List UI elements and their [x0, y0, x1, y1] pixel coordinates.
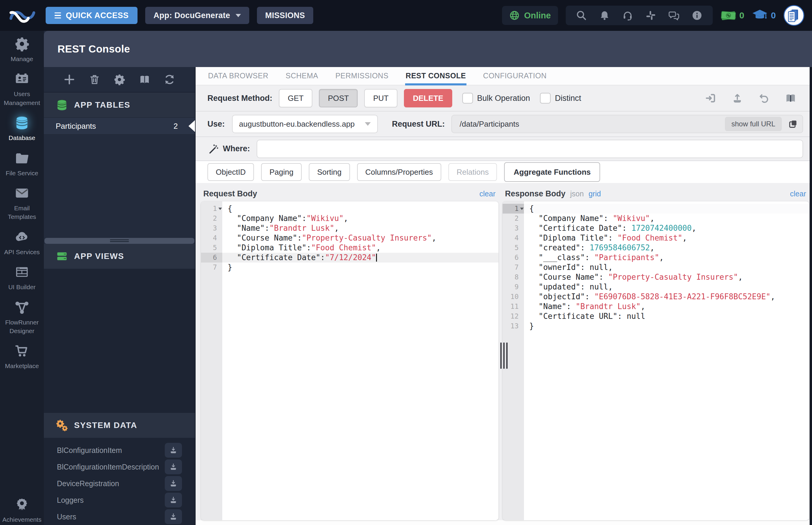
- id-card-icon: [14, 71, 30, 87]
- panel-resize-handle[interactable]: [45, 238, 194, 244]
- tables-panel: APP TABLES Participants 2 APP VIEWS SYST: [44, 67, 196, 525]
- system-data-header[interactable]: SYSTEM DATA: [44, 413, 195, 438]
- undo-icon[interactable]: [758, 92, 770, 104]
- sidebar-item-manage[interactable]: Manage: [0, 36, 44, 63]
- selected-table-marker: [188, 120, 195, 132]
- editor-split-handle[interactable]: [500, 343, 507, 369]
- where-input[interactable]: [256, 140, 803, 158]
- slack-icon[interactable]: [645, 10, 656, 21]
- system-table-name: Users: [57, 512, 76, 521]
- notifications-bell-icon[interactable]: [599, 10, 610, 21]
- response-mode-json[interactable]: json: [570, 190, 584, 198]
- app-views-header[interactable]: APP VIEWS: [44, 244, 195, 269]
- table-settings-gear-icon[interactable]: [113, 74, 125, 86]
- method-get-button[interactable]: GET: [279, 89, 312, 107]
- response-body-editor[interactable]: 1{2 "Company Name": "Wikivu",3 "Certific…: [503, 201, 809, 520]
- response-mode-grid-link[interactable]: grid: [589, 190, 601, 198]
- topbar-icon-tray: [566, 6, 713, 25]
- sidebar-item-database[interactable]: Database: [0, 115, 44, 142]
- show-full-url-button[interactable]: show full URL: [725, 117, 782, 131]
- request-actions: [705, 92, 812, 104]
- tab-data-browser[interactable]: DATA BROWSER: [207, 68, 269, 85]
- tab-configuration[interactable]: CONFIGURATION: [482, 68, 547, 85]
- request-body-editor[interactable]: 1{2 "Company Name":"Wikivu",3 "Name":"Br…: [201, 201, 498, 520]
- list-item[interactable]: DeviceRegistration: [44, 475, 195, 492]
- server-green-icon: [56, 250, 68, 262]
- domain-select[interactable]: augustbutton-eu.backendless.app: [232, 115, 378, 133]
- sorting-button[interactable]: Sorting: [309, 163, 350, 181]
- missions-progress-counter[interactable]: 0: [752, 7, 776, 24]
- bulk-operation-option[interactable]: Bulk Operation: [462, 93, 530, 104]
- bulk-operation-checkbox[interactable]: [462, 93, 473, 104]
- response-clear-link[interactable]: clear: [790, 190, 806, 198]
- download-button[interactable]: [165, 460, 182, 474]
- sidebar-item-ui-builder[interactable]: UI Builder: [0, 264, 44, 291]
- distinct-checkbox[interactable]: [540, 93, 551, 104]
- list-item[interactable]: BlConfigurationItem: [44, 442, 195, 459]
- method-delete-button[interactable]: DELETE: [404, 89, 452, 107]
- system-table-name: BlConfigurationItem: [57, 446, 122, 455]
- refresh-icon[interactable]: [163, 74, 175, 86]
- sign-in-icon[interactable]: [705, 92, 717, 104]
- request-url-field[interactable]: /data/Participants show full URL: [451, 115, 803, 133]
- bulk-operation-label: Bulk Operation: [477, 94, 530, 103]
- account-avatar[interactable]: [783, 5, 804, 26]
- download-button[interactable]: [165, 509, 182, 524]
- sidebar-item-api-services[interactable]: API Services: [0, 229, 44, 256]
- aggregate-functions-button[interactable]: Aggregate Functions: [504, 162, 600, 182]
- folder-icon: [14, 150, 30, 166]
- graduation-cap-icon: [752, 7, 768, 24]
- list-item[interactable]: Users: [44, 508, 195, 525]
- method-put-button[interactable]: PUT: [364, 89, 397, 107]
- domain-select-value: augustbutton-eu.backendless.app: [239, 120, 365, 129]
- delete-table-icon[interactable]: [89, 74, 100, 86]
- top-bar: QUICK ACCESS App: DocuGenerate MISSIONS …: [0, 0, 812, 31]
- relations-button[interactable]: Relations: [448, 163, 497, 181]
- columns-properties-button[interactable]: Columns/Properties: [357, 163, 441, 181]
- forum-chat-icon[interactable]: [668, 10, 680, 21]
- sidebar-item-marketplace[interactable]: Marketplace: [0, 343, 44, 370]
- method-post-button[interactable]: POST: [319, 89, 358, 107]
- sidebar-item-users-management[interactable]: Users Management: [0, 71, 44, 107]
- objectid-button[interactable]: ObjectID: [207, 163, 254, 181]
- support-headset-icon[interactable]: [622, 10, 633, 21]
- online-status[interactable]: Online: [502, 6, 558, 25]
- sidebar-item-label: Email Templates: [0, 204, 44, 221]
- search-icon[interactable]: [576, 10, 587, 21]
- missions-button[interactable]: MISSIONS: [257, 7, 313, 24]
- body-editors: Request Body clear 1{2 "Company Name":"W…: [196, 183, 812, 520]
- sidebar-item-flowrunner-designer[interactable]: FlowRunner Designer: [0, 300, 44, 335]
- docs-book-icon[interactable]: [139, 74, 151, 86]
- quick-access-button[interactable]: QUICK ACCESS: [46, 7, 138, 24]
- tab-permissions[interactable]: PERMISSIONS: [335, 68, 389, 85]
- paging-button[interactable]: Paging: [261, 163, 302, 181]
- list-item[interactable]: BlConfigurationItemDescription: [44, 459, 195, 475]
- hamburger-icon: [54, 13, 61, 19]
- magic-wand-icon[interactable]: [207, 143, 219, 154]
- backendless-bucks-counter[interactable]: 0: [720, 7, 745, 24]
- download-button[interactable]: [165, 443, 182, 457]
- table-row-participants[interactable]: Participants 2: [44, 118, 195, 135]
- app-selector-dropdown[interactable]: App: DocuGenerate: [145, 7, 249, 24]
- missions-label: MISSIONS: [265, 11, 305, 20]
- request-clear-link[interactable]: clear: [480, 190, 496, 198]
- tab-rest-console[interactable]: REST CONSOLE: [405, 68, 466, 85]
- sidebar-item-file-service[interactable]: File Service: [0, 150, 44, 177]
- backendless-logo-icon[interactable]: [8, 6, 37, 25]
- response-body-header: Response Body json grid clear: [503, 186, 809, 201]
- app-tables-header[interactable]: APP TABLES: [44, 92, 195, 118]
- info-icon[interactable]: [691, 10, 703, 21]
- download-button[interactable]: [165, 493, 182, 508]
- distinct-option[interactable]: Distinct: [540, 93, 581, 104]
- app-selector-label: App: DocuGenerate: [154, 11, 230, 20]
- tab-schema[interactable]: SCHEMA: [285, 68, 319, 85]
- add-table-icon[interactable]: [63, 74, 75, 86]
- docs-book-icon[interactable]: [785, 92, 797, 104]
- upload-icon[interactable]: [731, 92, 743, 104]
- download-button[interactable]: [165, 476, 182, 491]
- system-tables-list: BlConfigurationItem BlConfigurationItemD…: [44, 438, 195, 525]
- sidebar-item-email-templates[interactable]: Email Templates: [0, 185, 44, 221]
- list-item[interactable]: Loggers: [44, 492, 195, 508]
- copy-icon[interactable]: [788, 119, 798, 129]
- sidebar-item-achievements[interactable]: Achievements: [0, 497, 44, 524]
